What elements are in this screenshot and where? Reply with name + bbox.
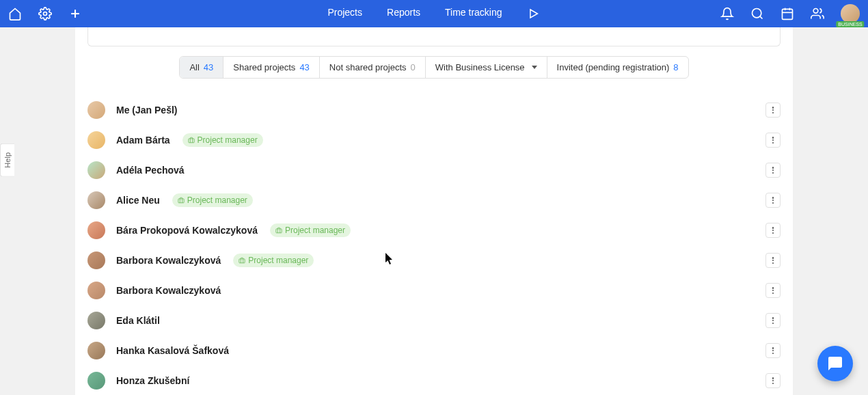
play-icon[interactable] (527, 7, 541, 21)
user-row[interactable]: Eda Klátil (85, 305, 783, 336)
chat-bubble-button[interactable] (817, 346, 853, 381)
nav-reports[interactable]: Reports (387, 7, 420, 21)
svg-rect-12 (178, 199, 184, 203)
user-row[interactable]: Hanka Kasalová Šafková (85, 336, 783, 366)
avatar[interactable] (87, 342, 105, 359)
chevron-down-icon (532, 66, 537, 69)
bell-icon[interactable] (720, 7, 734, 21)
svg-rect-11 (188, 139, 193, 143)
user-name: Barbora Kowalczyková (116, 255, 221, 266)
more-options-button[interactable] (765, 193, 781, 208)
calendar-icon[interactable] (781, 7, 794, 21)
briefcase-icon (178, 197, 185, 204)
content-panel: All43Shared projects43Not shared project… (75, 27, 793, 395)
user-name: Barbora Kowalczyková (116, 285, 221, 296)
dots-vertical-icon (772, 257, 774, 264)
nav-time-tracking[interactable]: Time tracking (445, 7, 502, 21)
svg-point-10 (813, 9, 818, 14)
avatar[interactable] (87, 131, 105, 149)
filter-tab-1[interactable]: Shared projects43 (223, 57, 320, 78)
user-row[interactable]: Adam BártaProject manager (85, 125, 783, 155)
user-row[interactable]: Adéla Pechová (85, 155, 783, 185)
dots-vertical-icon (772, 197, 774, 204)
dots-vertical-icon (772, 317, 774, 324)
user-name: Adam Bárta (116, 135, 170, 146)
more-options-button[interactable] (765, 133, 781, 148)
svg-line-5 (760, 16, 763, 19)
user-row[interactable]: Alice NeuProject manager (85, 185, 783, 215)
filter-count: 43 (299, 62, 309, 72)
filter-label: With Business License (435, 62, 525, 72)
svg-marker-3 (530, 10, 538, 18)
more-options-button[interactable] (765, 343, 781, 358)
filter-tab-4[interactable]: Invited (pending registration)8 (547, 57, 688, 78)
app-header: Projects Reports Time tracking (0, 0, 868, 27)
gear-icon[interactable] (38, 7, 52, 21)
dots-vertical-icon (772, 167, 774, 174)
user-row[interactable]: Barbora KowalczykováProject manager (85, 245, 783, 275)
svg-rect-14 (239, 259, 245, 263)
avatar[interactable] (87, 161, 105, 179)
svg-rect-13 (276, 229, 282, 233)
header-nav: Projects Reports Time tracking (327, 7, 540, 21)
avatar[interactable] (87, 221, 105, 239)
dots-vertical-icon (772, 227, 774, 234)
avatar[interactable] (87, 372, 105, 390)
filter-tab-2[interactable]: Not shared projects0 (320, 57, 426, 78)
nav-projects[interactable]: Projects (327, 7, 362, 21)
search-box-bottom[interactable] (87, 27, 781, 46)
search-icon[interactable] (750, 7, 764, 21)
avatar[interactable] (87, 251, 105, 269)
svg-point-0 (44, 12, 47, 16)
dots-vertical-icon (772, 347, 774, 354)
user-name: Eda Klátil (116, 315, 160, 326)
user-row[interactable]: Barbora Kowalczyková (85, 275, 783, 305)
filter-label: All (189, 62, 199, 72)
filter-count: 43 (204, 62, 213, 72)
role-badge: Project manager (270, 223, 351, 237)
briefcase-icon (239, 257, 245, 264)
user-name: Me (Jan Pešl) (116, 105, 177, 115)
users-icon[interactable] (811, 7, 824, 21)
filter-tabs: All43Shared projects43Not shared project… (179, 56, 688, 79)
briefcase-icon (188, 137, 195, 144)
more-options-button[interactable] (765, 283, 781, 298)
user-list: Me (Jan Pešl)Adam BártaProject managerAd… (85, 90, 783, 395)
user-row[interactable]: Bára Prokopová KowalczykováProject manag… (85, 215, 783, 245)
user-name: Bára Prokopová Kowalczyková (116, 225, 258, 236)
avatar[interactable] (87, 101, 105, 119)
plus-icon[interactable] (68, 7, 82, 21)
more-options-button[interactable] (765, 163, 781, 178)
role-badge: Project manager (182, 133, 263, 147)
avatar[interactable] (87, 191, 105, 209)
more-options-button[interactable] (765, 373, 781, 388)
filter-label: Shared projects (233, 62, 295, 72)
filter-label: Invited (pending registration) (557, 62, 670, 72)
role-badge: Project manager (172, 193, 253, 207)
account-avatar[interactable] (841, 4, 860, 23)
user-row[interactable]: Me (Jan Pešl) (85, 95, 783, 125)
filter-label: Not shared projects (329, 62, 407, 72)
filter-tab-3[interactable]: With Business License (426, 57, 547, 78)
header-right (720, 4, 860, 23)
dots-vertical-icon (772, 377, 774, 384)
header-left (8, 7, 82, 21)
more-options-button[interactable] (765, 313, 781, 328)
user-name: Honza Zkušební (116, 375, 189, 386)
svg-point-4 (752, 9, 761, 18)
avatar[interactable] (87, 282, 105, 299)
more-options-button[interactable] (765, 253, 781, 268)
help-tab[interactable]: Help (0, 144, 14, 177)
filter-tab-0[interactable]: All43 (180, 57, 223, 78)
dots-vertical-icon (772, 107, 774, 113)
more-options-button[interactable] (765, 223, 781, 238)
filter-count: 8 (673, 62, 678, 72)
briefcase-icon (275, 227, 282, 234)
filter-count: 0 (411, 62, 416, 72)
svg-rect-6 (783, 9, 793, 19)
avatar[interactable] (87, 312, 105, 329)
user-name: Hanka Kasalová Šafková (116, 345, 229, 356)
home-icon[interactable] (8, 7, 22, 21)
user-row[interactable]: Honza Zkušební (85, 366, 783, 395)
more-options-button[interactable] (765, 103, 781, 118)
